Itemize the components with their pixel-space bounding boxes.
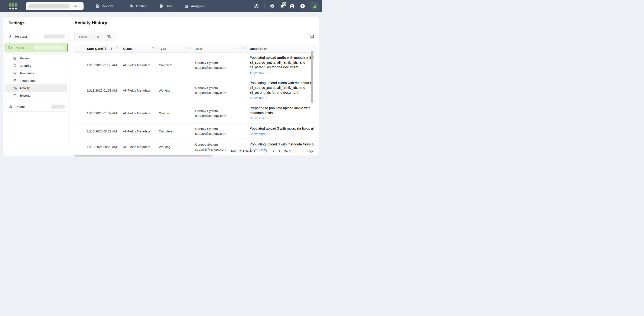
sidebar-item-label: Integration bbox=[20, 79, 35, 82]
sidebar-item-label: Review bbox=[20, 56, 30, 60]
user-circle-icon[interactable] bbox=[290, 3, 295, 9]
user-cell: Canopy Systemsupport@canopy.com bbox=[193, 78, 248, 103]
nav-item-data[interactable]: Data bbox=[159, 4, 172, 8]
next-page-icon[interactable] bbox=[278, 149, 281, 152]
sidebar-item-integration[interactable]: Integration bbox=[5, 77, 67, 84]
column-header-type[interactable]: Type bbox=[157, 45, 193, 52]
description-cell: Populated upload audio with metadata fie… bbox=[248, 53, 316, 78]
file-text-icon bbox=[96, 4, 100, 8]
sidebar-item-activity[interactable]: Activity bbox=[5, 84, 67, 92]
show-more-link[interactable]: Show more bbox=[250, 132, 270, 136]
sidebar-item-review[interactable]: Review bbox=[5, 54, 67, 62]
description-line: Populating upload audio with metadata fi… bbox=[250, 81, 316, 86]
expand-cell bbox=[74, 103, 84, 123]
goto-label: Go to bbox=[284, 149, 292, 153]
page-number-1-current[interactable]: 1 bbox=[264, 148, 269, 154]
filter-funnel-icon[interactable] bbox=[188, 47, 191, 50]
nav-item-entities[interactable]: Entities bbox=[130, 4, 147, 8]
column-header-class[interactable]: Class bbox=[121, 45, 157, 52]
activity-table: Start Date/Ti...ClassTypeUserDescription… bbox=[74, 45, 316, 157]
nav-item-label: Analytics bbox=[191, 4, 204, 8]
clear-all-filters-button[interactable] bbox=[104, 32, 114, 41]
export-activity-icon[interactable] bbox=[310, 34, 314, 38]
remove-filter-icon[interactable] bbox=[97, 35, 100, 38]
user-email: support@canopy.com bbox=[195, 147, 226, 152]
table-row: 11/18/2025 00:22 AMAll-Fields MetadataCo… bbox=[74, 123, 316, 139]
show-less-link[interactable]: Show less bbox=[250, 70, 268, 75]
bell-icon[interactable]: 5 bbox=[280, 4, 284, 8]
column-label: Description bbox=[250, 47, 268, 50]
user-cell: Canopy Systemsupport@canopy.com bbox=[193, 53, 248, 78]
primary-nav: ReviewEntitiesDataAnalytics bbox=[96, 4, 210, 8]
column-label: User bbox=[196, 47, 202, 50]
help-icon[interactable]: ? bbox=[300, 3, 305, 9]
sidebar-item-personal[interactable]: Personal bbox=[5, 33, 67, 40]
sidebar-item-exports[interactable]: Exports bbox=[5, 92, 67, 99]
description-line: Populated upload 3 with metadata fields … bbox=[250, 126, 316, 131]
export-icon bbox=[13, 94, 17, 97]
column-header-description[interactable]: Description bbox=[248, 45, 316, 52]
activity-history-panel: Activity History Class bbox=[69, 17, 319, 156]
chevron-down-icon[interactable] bbox=[89, 35, 92, 38]
sidebar-item-tenant[interactable]: Tenant bbox=[5, 103, 67, 110]
sidebar-item-project[interactable]: Project bbox=[5, 44, 66, 51]
bar-chart-icon bbox=[184, 4, 189, 8]
vertical-scrollbar-thumb[interactable] bbox=[311, 51, 313, 103]
class-filter-chip[interactable]: Class bbox=[76, 32, 102, 41]
nav-item-review[interactable]: Review bbox=[96, 4, 118, 8]
show-less-link[interactable]: Show less bbox=[250, 116, 268, 120]
class-cell: All-Fields Metadata bbox=[121, 78, 157, 103]
shield-icon bbox=[13, 64, 17, 68]
user-cell: Canopy Systemsupport@canopy.com bbox=[193, 123, 248, 139]
chip-divider bbox=[94, 34, 94, 40]
expand-cell bbox=[74, 78, 84, 103]
show-toggle-label: Show more bbox=[250, 132, 266, 136]
description-line: all_source_paths, all_family_ids, and bbox=[250, 60, 316, 65]
show-less-link[interactable]: Show less bbox=[250, 95, 268, 100]
description-line: all_source_paths, all_family_ids, and bbox=[250, 85, 316, 90]
show-toggle-label: Show less bbox=[250, 95, 264, 100]
nav-item-analytics[interactable]: Analytics bbox=[184, 4, 210, 8]
nav-item-label: Entities bbox=[136, 4, 147, 8]
description-cell: Preparing to populate upload audio withm… bbox=[248, 103, 316, 123]
goto-page-input[interactable] bbox=[294, 148, 304, 154]
column-header-start[interactable]: Start Date/Ti... bbox=[84, 45, 121, 52]
expand-cell bbox=[74, 123, 84, 139]
chevron-down-icon bbox=[115, 5, 118, 7]
user-name: Canopy System bbox=[195, 85, 226, 90]
settings-sidebar: Settings PersonalProjectReviewSecurityTe… bbox=[3, 17, 69, 156]
start-date-cell: 11/18/2025 01:53 AM bbox=[84, 78, 121, 103]
user-email: support@canopy.com bbox=[195, 65, 226, 70]
column-label: Start Date/Ti... bbox=[87, 47, 108, 50]
column-header-user[interactable]: User bbox=[193, 45, 248, 52]
filter-funnel-icon[interactable] bbox=[116, 47, 119, 50]
type-cell: Queued bbox=[157, 103, 193, 123]
gear-icon[interactable] bbox=[270, 4, 274, 8]
page-number-2[interactable]: 2 bbox=[272, 149, 275, 153]
previous-page-icon[interactable] bbox=[258, 149, 261, 152]
sidebar-group-project-sub: ReviewSecurityTemplatesIntegrationActivi… bbox=[4, 53, 68, 100]
sidebar-item-security[interactable]: Security bbox=[5, 62, 67, 69]
table-header-row: Start Date/Ti...ClassTypeUserDescription bbox=[74, 45, 316, 53]
project-search-select[interactable]: V4 bbox=[26, 2, 84, 10]
description-line: Preparing to populate upload audio with bbox=[250, 106, 316, 111]
usage-chart-icon[interactable] bbox=[310, 2, 318, 10]
start-date-cell: 11/18/2025 01:53 AM bbox=[84, 53, 121, 78]
canopy-logo-icon[interactable] bbox=[7, 2, 20, 10]
sort-descending-icon[interactable] bbox=[110, 47, 113, 50]
sidebar-item-templates[interactable]: Templates bbox=[5, 69, 67, 77]
show-toggle-label: Show less bbox=[250, 70, 264, 75]
class-cell: All-Fields Metadata bbox=[121, 123, 157, 139]
start-date-cell: 11/18/2025 01:52 AM bbox=[84, 103, 121, 123]
description-line: metadata fields . bbox=[250, 111, 316, 116]
horizontal-scrollbar-thumb[interactable] bbox=[74, 155, 212, 157]
sidebar-item-label: Project bbox=[15, 46, 25, 49]
history-icon[interactable] bbox=[254, 3, 259, 9]
chevron-down-icon bbox=[78, 5, 81, 7]
settings-card: Settings PersonalProjectReviewSecurityTe… bbox=[3, 17, 319, 156]
sort-ascending-icon[interactable] bbox=[238, 47, 240, 50]
user-name: Canopy System bbox=[195, 60, 226, 65]
filter-funnel-icon-active[interactable] bbox=[152, 47, 154, 50]
redacted-text bbox=[51, 105, 64, 109]
filter-funnel-icon[interactable] bbox=[242, 47, 245, 50]
